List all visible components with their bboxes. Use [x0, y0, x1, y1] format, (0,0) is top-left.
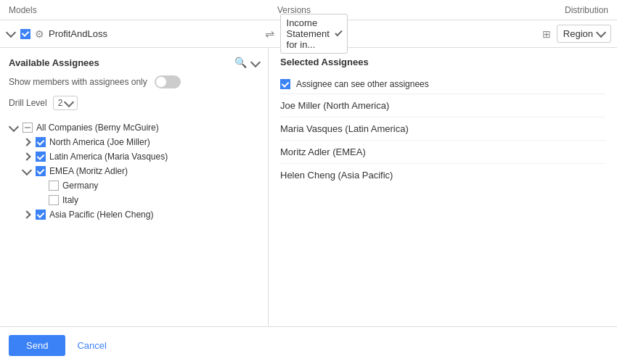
- tree-item-germany[interactable]: Germany: [9, 178, 259, 193]
- model-name: ProfitAndLoss: [49, 28, 107, 39]
- assignee-name: Helen Cheng (Asia Pacific): [280, 170, 393, 181]
- chevron-right-icon: [23, 210, 30, 218]
- assignee-name: Maria Vasques (Latin America): [280, 123, 409, 134]
- search-icon[interactable]: 🔍: [234, 57, 246, 68]
- left-panel-title: Available Assignees 🔍: [9, 57, 259, 68]
- models-left: ⚙ ProfitAndLoss: [6, 28, 265, 40]
- tree-item-asia-pacific[interactable]: Asia Pacific (Helen Cheng): [9, 207, 259, 222]
- cancel-button[interactable]: Cancel: [77, 340, 106, 351]
- main-content: Available Assignees 🔍 Show members with …: [0, 48, 617, 326]
- cb-north-america[interactable]: [36, 137, 46, 147]
- cb-can-see[interactable]: [280, 79, 290, 89]
- distribute-icon: ⇌: [265, 27, 274, 41]
- selected-assignees-title: Selected Assignees: [280, 57, 605, 67]
- chevron-down-icon: [6, 28, 16, 38]
- cb-all-companies[interactable]: [23, 123, 33, 133]
- expand-all-companies[interactable]: [9, 125, 19, 131]
- label-latin-america: Latin America (Maria Vasques): [49, 152, 168, 162]
- assignee-moritz-adler: Moritz Adler (EMEA): [280, 141, 605, 164]
- label-emea: EMEA (Moritz Adler): [49, 166, 128, 176]
- drill-row: Drill Level 2: [9, 96, 259, 110]
- toggle-label: Show members with assignees only: [9, 77, 147, 87]
- expand-latin-america[interactable]: [22, 154, 32, 160]
- assignee-name: Joe Miller (North America): [280, 100, 389, 111]
- tree-item-italy[interactable]: Italy: [9, 193, 259, 207]
- assignee-maria-vasques: Maria Vasques (Latin America): [280, 117, 605, 141]
- left-panel: Available Assignees 🔍 Show members with …: [0, 48, 269, 326]
- chevron-down-icon: [9, 121, 19, 131]
- available-assignees-title: Available Assignees: [9, 57, 99, 68]
- model-expand-icon[interactable]: [6, 31, 16, 36]
- toggle-row: Show members with assignees only: [9, 75, 259, 88]
- drill-value: 2: [58, 98, 63, 108]
- label-all-companies: All Companies (Berny McGuire): [36, 123, 159, 133]
- expand-all-icon[interactable]: [252, 57, 259, 68]
- cb-latin-america[interactable]: [36, 152, 46, 162]
- tree-item-latin-america[interactable]: Latin America (Maria Vasques): [9, 149, 259, 164]
- chevron-down-icon: [250, 57, 261, 67]
- models-row: ⚙ ProfitAndLoss ⇌ Income Statement for i…: [0, 20, 617, 48]
- chevron-down-icon: [22, 165, 32, 175]
- tree-item-north-america[interactable]: North America (Joe Miller): [9, 135, 259, 149]
- footer: Send Cancel: [0, 326, 617, 364]
- label-germany: Germany: [62, 181, 98, 191]
- label-north-america: North America (Joe Miller): [49, 137, 150, 147]
- drill-label: Drill Level: [9, 98, 47, 108]
- assignees-toggle[interactable]: [155, 75, 181, 88]
- cb-italy[interactable]: [49, 195, 59, 205]
- tree: All Companies (Berny McGuire) North Amer…: [9, 120, 259, 222]
- expand-north-america[interactable]: [22, 139, 32, 145]
- expand-emea[interactable]: [22, 169, 32, 174]
- gear-icon: ⚙: [35, 28, 44, 40]
- model-checkbox[interactable]: [20, 29, 30, 39]
- expand-asia-pacific[interactable]: [22, 212, 32, 218]
- models-label: Models: [9, 5, 37, 15]
- can-see-label: Assignee can see other assignees: [296, 79, 429, 89]
- drill-chevron-icon: [64, 96, 74, 107]
- distribution-dropdown-label: Region: [563, 28, 593, 39]
- chevron-right-icon: [23, 152, 30, 160]
- drill-level-select[interactable]: 2: [53, 96, 78, 110]
- label-italy: Italy: [62, 195, 78, 205]
- assignee-joe-miller: Joe Miller (North America): [280, 94, 605, 117]
- assignee-can-see-option[interactable]: Assignee can see other assignees: [280, 75, 605, 94]
- cb-germany[interactable]: [49, 181, 59, 191]
- version-dropdown-label: Income Statement for in...: [287, 17, 333, 50]
- label-asia-pacific: Asia Pacific (Helen Cheng): [49, 210, 153, 220]
- cb-asia-pacific[interactable]: [36, 210, 46, 220]
- tree-item-all-companies[interactable]: All Companies (Berny McGuire): [9, 120, 259, 135]
- chevron-right-icon: [23, 138, 30, 146]
- assignees-list: Joe Miller (North America) Maria Vasques…: [280, 94, 605, 186]
- tree-item-emea[interactable]: EMEA (Moritz Adler): [9, 164, 259, 178]
- assignee-helen-cheng: Helen Cheng (Asia Pacific): [280, 164, 605, 186]
- distribution-chevron-icon: [596, 28, 606, 38]
- header-models: Models: [9, 5, 277, 15]
- distribution-gear-icon: ⊞: [542, 28, 551, 40]
- distribution-dropdown[interactable]: Region: [557, 25, 611, 43]
- assignee-name: Moritz Adler (EMEA): [280, 146, 366, 157]
- panel-title-actions: 🔍: [234, 57, 259, 68]
- send-button[interactable]: Send: [9, 335, 65, 356]
- right-panel: Selected Assignees Assignee can see othe…: [269, 48, 617, 326]
- version-chevron-icon: [335, 29, 343, 37]
- cb-emea[interactable]: [36, 166, 46, 176]
